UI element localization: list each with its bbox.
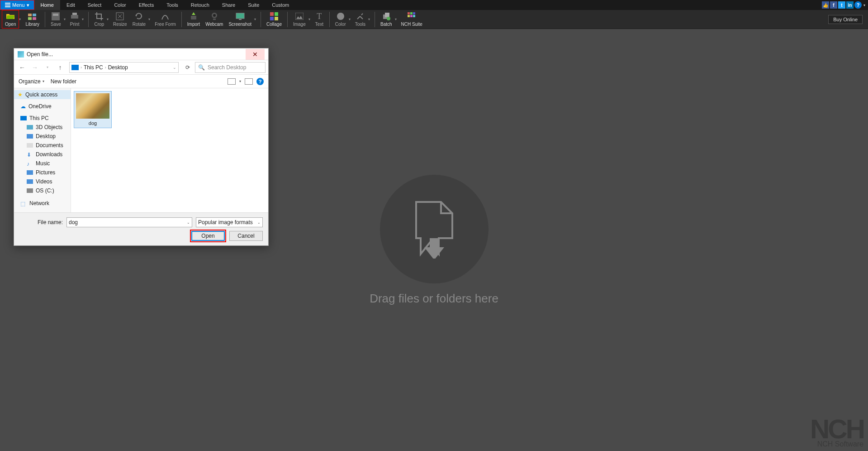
menu-color[interactable]: Color bbox=[108, 0, 132, 10]
dialog-titlebar[interactable]: Open file... ✕ bbox=[14, 48, 268, 60]
nchsuite-button[interactable]: NCH Suite bbox=[398, 10, 425, 29]
chevron-down-icon[interactable]: ▾ bbox=[42, 65, 53, 69]
menu-share[interactable]: Share bbox=[216, 0, 242, 10]
chevron-down-icon[interactable]: ▾ bbox=[239, 79, 241, 83]
freeform-button[interactable]: Free Form bbox=[152, 10, 179, 29]
search-input[interactable]: 🔍 Search Desktop bbox=[195, 62, 266, 73]
facebook-icon[interactable]: f bbox=[830, 1, 837, 9]
collage-button[interactable]: Collage bbox=[264, 10, 285, 29]
screenshot-button[interactable]: Screenshot bbox=[226, 10, 254, 29]
organize-button[interactable]: Organize ▾ bbox=[19, 78, 44, 85]
music-icon: ♪ bbox=[27, 161, 33, 166]
svg-rect-4 bbox=[52, 12, 60, 20]
batch-button[interactable]: Batch bbox=[378, 10, 395, 29]
like-icon[interactable]: 👍 bbox=[822, 1, 829, 9]
cancel-button[interactable]: Cancel bbox=[229, 231, 263, 241]
chevron-down-icon[interactable]: ⌄ bbox=[173, 65, 176, 70]
breadcrumb-item[interactable]: Desktop bbox=[108, 64, 128, 71]
close-button[interactable]: ✕ bbox=[246, 49, 265, 60]
main-menu-button[interactable]: Menu ▾ bbox=[0, 0, 34, 10]
text-button[interactable]: T Text bbox=[312, 10, 327, 29]
tools-dropdown[interactable]: ▾ bbox=[368, 17, 372, 21]
open-button[interactable]: Open bbox=[191, 231, 225, 241]
rotate-dropdown[interactable]: ▾ bbox=[148, 17, 152, 21]
chevron-down-icon[interactable]: ⌄ bbox=[187, 221, 190, 225]
filename-label: File name: bbox=[19, 219, 63, 226]
menu-suite[interactable]: Suite bbox=[242, 0, 266, 10]
dialog-app-icon bbox=[18, 51, 24, 58]
sidebar-downloads[interactable]: ⬇Downloads bbox=[14, 150, 71, 159]
help-icon[interactable]: ? bbox=[854, 1, 862, 9]
folder-icon bbox=[27, 170, 33, 175]
refresh-button[interactable]: ⟳ bbox=[182, 64, 193, 71]
chevron-down-icon[interactable]: ▾ bbox=[863, 3, 865, 7]
nav-back[interactable]: ← bbox=[17, 64, 28, 71]
batch-dropdown[interactable]: ▾ bbox=[395, 17, 398, 21]
nav-forward[interactable]: → bbox=[29, 64, 40, 71]
sidebar-os-c[interactable]: OS (C:) bbox=[14, 186, 71, 195]
help-icon[interactable]: ? bbox=[256, 78, 264, 85]
twitter-icon[interactable]: t bbox=[838, 1, 845, 9]
file-area[interactable]: dog bbox=[71, 88, 268, 212]
print-dropdown[interactable]: ▾ bbox=[82, 17, 85, 21]
menu-custom[interactable]: Custom bbox=[266, 0, 295, 10]
svg-rect-6 bbox=[71, 15, 78, 19]
color-icon bbox=[336, 12, 345, 21]
menu-retouch[interactable]: Retouch bbox=[185, 0, 216, 10]
breadcrumb[interactable]: › This PC › Desktop ⌄ bbox=[69, 62, 179, 73]
rotate-button[interactable]: Rotate bbox=[130, 10, 148, 29]
save-dropdown[interactable]: ▾ bbox=[64, 17, 67, 21]
dialog-title: Open file... bbox=[27, 51, 53, 58]
screenshot-dropdown[interactable]: ▾ bbox=[254, 17, 258, 21]
library-button[interactable]: Library bbox=[23, 10, 42, 29]
file-tile-dog[interactable]: dog bbox=[74, 91, 112, 128]
nav-up[interactable]: ↑ bbox=[55, 64, 66, 71]
image-dropdown[interactable]: ▾ bbox=[308, 17, 312, 21]
resize-button[interactable]: Resize bbox=[110, 10, 130, 29]
sidebar-3d-objects[interactable]: 3D Objects bbox=[14, 123, 71, 132]
menu-label: Menu bbox=[12, 2, 25, 8]
sidebar-documents[interactable]: Documents bbox=[14, 141, 71, 150]
webcam-button[interactable]: Webcam bbox=[203, 10, 226, 29]
filename-input[interactable]: dog ⌄ bbox=[66, 217, 192, 227]
import-button[interactable]: Import bbox=[185, 10, 203, 29]
sidebar-network[interactable]: ⬚Network bbox=[14, 199, 71, 208]
tools-icon bbox=[356, 12, 365, 21]
sidebar-videos[interactable]: Videos bbox=[14, 177, 71, 186]
sidebar-this-pc[interactable]: This PC bbox=[14, 114, 71, 123]
sidebar-desktop[interactable]: Desktop bbox=[14, 132, 71, 141]
sidebar-quick-access[interactable]: ★Quick access bbox=[14, 90, 71, 99]
breadcrumb-item[interactable]: This PC bbox=[84, 64, 103, 71]
menu-edit[interactable]: Edit bbox=[60, 0, 81, 10]
tools-button[interactable]: Tools bbox=[352, 10, 368, 29]
chevron-down-icon: ⌄ bbox=[257, 221, 261, 225]
buy-online-button[interactable]: Buy Online bbox=[828, 15, 863, 24]
color-button[interactable]: Color bbox=[332, 10, 349, 29]
menu-effects[interactable]: Effects bbox=[133, 0, 160, 10]
crop-dropdown[interactable]: ▾ bbox=[107, 17, 110, 21]
menu-tools[interactable]: Tools bbox=[160, 0, 185, 10]
save-button[interactable]: Save bbox=[48, 10, 64, 29]
svg-rect-25 bbox=[410, 12, 413, 14]
svg-rect-12 bbox=[213, 19, 216, 20]
open-button[interactable]: Open bbox=[2, 10, 19, 29]
image-button[interactable]: Image bbox=[290, 10, 308, 29]
svg-point-20 bbox=[337, 13, 344, 20]
view-icon[interactable] bbox=[228, 78, 236, 85]
menu-select[interactable]: Select bbox=[81, 0, 108, 10]
cloud-icon: ☁ bbox=[20, 103, 26, 110]
new-folder-button[interactable]: New folder bbox=[51, 78, 76, 85]
color-dropdown[interactable]: ▾ bbox=[349, 17, 352, 21]
format-select[interactable]: Popular image formats ⌄ bbox=[196, 217, 263, 227]
svg-rect-9 bbox=[191, 16, 196, 19]
sidebar-music[interactable]: ♪Music bbox=[14, 159, 71, 168]
folder-icon bbox=[27, 179, 33, 184]
sidebar-pictures[interactable]: Pictures bbox=[14, 168, 71, 177]
crop-button[interactable]: Crop bbox=[91, 10, 107, 29]
preview-pane-icon[interactable] bbox=[245, 78, 253, 85]
menu-home[interactable]: Home bbox=[34, 0, 60, 10]
sidebar-onedrive[interactable]: ☁OneDrive bbox=[14, 102, 71, 111]
open-dropdown[interactable]: ▾ bbox=[19, 17, 23, 21]
print-button[interactable]: Print bbox=[67, 10, 82, 29]
linkedin-icon[interactable]: in bbox=[846, 1, 854, 9]
